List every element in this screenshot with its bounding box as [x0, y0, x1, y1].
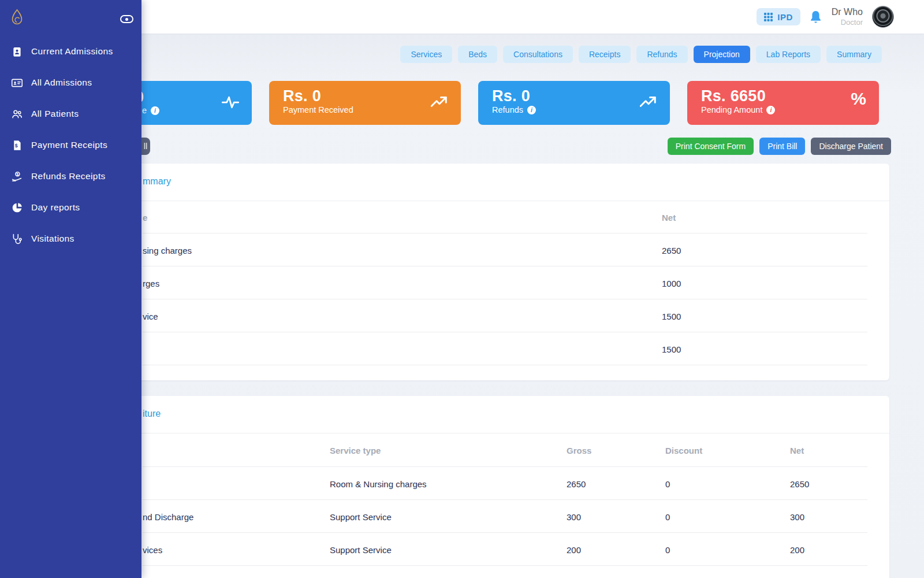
patients-icon	[11, 108, 23, 120]
row-service-type: Support Service	[330, 512, 392, 521]
sidebar: Current Admissions All Admissions All Pa…	[0, 0, 141, 578]
clinic-logo-icon	[10, 9, 24, 26]
row-service-type: Room & Nursing charges	[330, 479, 427, 488]
stat-card-label-fragment: e	[142, 106, 147, 115]
header-right-cluster: IPD Dr Who Doctor	[757, 0, 894, 34]
tab-beds[interactable]: Beds	[458, 46, 497, 63]
activity-icon	[222, 95, 239, 110]
pie-chart-icon	[11, 202, 23, 214]
row-gross: 200	[567, 544, 581, 554]
bill-summary-heading-row: mmary	[133, 164, 889, 201]
column-header-fragment: e	[143, 213, 147, 223]
sidebar-nav: Current Admissions All Admissions All Pa…	[0, 36, 141, 254]
column-header-service-type: Service type	[330, 446, 381, 455]
payment-receipt-icon: $	[11, 139, 23, 151]
user-block: Dr Who Doctor	[832, 6, 863, 27]
table-row: nd Discharge Support Service 300 0 300	[133, 500, 889, 533]
stat-card-refunds: Rs. 0 Refunds i	[478, 81, 670, 125]
stethoscope-icon	[11, 233, 23, 245]
sidebar-item-label: Current Admissions	[31, 46, 113, 57]
id-badge-icon	[11, 46, 23, 58]
column-header-net: Net	[790, 446, 804, 455]
info-icon[interactable]: i	[527, 106, 536, 114]
stat-card-label: Pending Amount	[701, 105, 762, 114]
sidebar-item-label: Day reports	[31, 202, 80, 213]
trend-up-icon	[640, 95, 657, 109]
notification-bell-icon[interactable]	[810, 10, 822, 24]
sidebar-item-all-admissions[interactable]: All Admissions	[0, 67, 141, 98]
bill-summary-panel: mmary e Net sing charges 2650 rges 1000 …	[133, 164, 889, 380]
info-icon[interactable]: i	[151, 106, 159, 115]
print-bill-button[interactable]: Print Bill	[759, 138, 805, 155]
stat-card-pending-amount: Rs. 6650 Pending Amount i %	[687, 81, 879, 125]
table-row: sing charges 2650	[133, 234, 889, 266]
grid-icon	[764, 13, 773, 21]
row-net-value: 2650	[662, 245, 681, 255]
sidebar-item-current-admissions[interactable]: Current Admissions	[0, 36, 141, 67]
row-label-fragment: rges	[143, 278, 159, 288]
tab-receipts[interactable]: Receipts	[579, 46, 631, 63]
row-discount: 0	[665, 512, 670, 521]
percent-icon: %	[851, 89, 866, 109]
svg-text:$: $	[17, 172, 19, 176]
column-header-discount: Discount	[665, 446, 702, 455]
expenditure-heading[interactable]: iture	[143, 409, 161, 419]
row-discount: 0	[665, 479, 670, 488]
expenditure-heading-row: iture	[133, 396, 889, 433]
stat-card-label: Payment Received	[283, 105, 353, 114]
tab-summary[interactable]: Summary	[826, 46, 882, 63]
sidebar-item-payment-receipts[interactable]: $ Payment Receipts	[0, 129, 141, 161]
column-header-net: Net	[662, 213, 676, 223]
sidebar-item-visitations[interactable]: Visitations	[0, 223, 141, 254]
trend-up-icon	[431, 95, 448, 109]
sidebar-item-label: All Patients	[31, 109, 79, 119]
table-header-row: e Net	[133, 201, 889, 234]
row-net: 200	[790, 544, 804, 554]
info-icon[interactable]: i	[766, 106, 775, 114]
user-role: Doctor	[832, 18, 863, 27]
row-net-value: 1500	[662, 344, 681, 354]
tab-services[interactable]: Services	[400, 46, 452, 63]
user-name: Dr Who	[832, 6, 863, 18]
row-gross: 2650	[567, 479, 586, 488]
stat-card-value: Rs. 6650	[701, 87, 775, 105]
sidebar-top	[0, 0, 141, 36]
stat-card-label-row: e i	[142, 106, 159, 115]
tab-consultations[interactable]: Consultations	[503, 46, 573, 63]
sidebar-item-all-patients[interactable]: All Patients	[0, 98, 141, 129]
sidebar-item-label: Visitations	[31, 234, 74, 244]
tab-refunds[interactable]: Refunds	[636, 46, 687, 63]
stat-card-label: Refunds	[492, 105, 523, 114]
stat-card-payment-received: Rs. 0 Payment Received	[269, 81, 461, 125]
row-net: 300	[790, 512, 804, 521]
column-header-gross: Gross	[567, 446, 591, 455]
projection-tab-bar: Services Beds Consultations Receipts Ref…	[400, 46, 882, 63]
bill-summary-heading[interactable]: mmary	[143, 176, 171, 187]
sidebar-item-label: All Admissions	[31, 77, 92, 88]
avatar[interactable]	[872, 6, 894, 28]
table-row: 1500	[133, 332, 889, 365]
sidebar-item-label: Payment Receipts	[31, 140, 107, 150]
row-discount: 0	[665, 544, 670, 554]
tab-lab-reports[interactable]: Lab Reports	[756, 46, 821, 63]
tab-projection[interactable]: Projection	[694, 46, 750, 63]
id-card-icon	[11, 77, 23, 89]
ipd-module-button[interactable]: IPD	[757, 8, 800, 25]
svg-text:$: $	[15, 143, 18, 149]
refund-hand-icon: $	[11, 171, 23, 183]
sidebar-item-day-reports[interactable]: Day reports	[0, 192, 141, 223]
patient-action-buttons: Print Consent Form Print Bill Discharge …	[668, 138, 891, 155]
table-row: vice 1500	[133, 299, 889, 332]
row-net-value: 1500	[662, 311, 681, 321]
table-header-row: Service type Gross Discount Net	[133, 433, 889, 467]
table-row: vices Support Service 200 0 200	[133, 533, 889, 566]
print-consent-form-button[interactable]: Print Consent Form	[668, 138, 754, 155]
sidebar-item-refunds-receipts[interactable]: $ Refunds Receipts	[0, 161, 141, 192]
row-net-value: 1000	[662, 278, 681, 288]
table-row: Room & Nursing charges 2650 0 2650	[133, 467, 889, 500]
row-label-fragment: vice	[143, 311, 158, 321]
discharge-patient-button[interactable]: Discharge Patient	[811, 138, 891, 155]
row-name-fragment: vices	[143, 544, 162, 554]
row-label-fragment: sing charges	[143, 245, 192, 255]
sidebar-toggle-icon[interactable]	[120, 15, 133, 23]
